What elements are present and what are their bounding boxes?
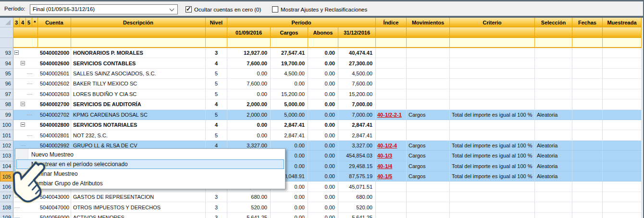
row-number[interactable]: 103: [0, 151, 13, 161]
cell-criterio[interactable]: [450, 69, 535, 79]
cell-cargos[interactable]: 5,000.00: [271, 99, 308, 109]
cell-saldo-inicial[interactable]: 680.00: [227, 192, 271, 202]
cell-fechas[interactable]: [572, 202, 603, 212]
cell-nivel[interactable]: 3: [206, 202, 227, 212]
cell-cargos[interactable]: 15,200.00: [271, 89, 308, 99]
cell-cargos[interactable]: 4,500.00: [271, 69, 308, 79]
cell-indice-link[interactable]: [376, 69, 407, 79]
cell-descripcion[interactable]: SERVICIOS CONTABLES: [71, 58, 206, 68]
cell-movimientos[interactable]: [407, 89, 450, 99]
table-row[interactable]: 108 5040047000 OTROS IMPUESTOS Y DERECHO…: [0, 202, 642, 212]
cell-cuenta[interactable]: 5040056000: [38, 213, 71, 218]
cell-descripcion[interactable]: SERVICIOS DE AUDITORÍA: [71, 99, 206, 109]
cell-abonos[interactable]: 0.00: [308, 202, 338, 212]
tree-level-3-header[interactable]: 3: [13, 18, 20, 27]
cell-saldo-final[interactable]: 7,600.00: [338, 79, 376, 89]
row-number[interactable]: 93: [0, 48, 13, 58]
filter-cell-descripcion[interactable]: [71, 38, 206, 48]
cell-saldo-final[interactable]: 2,847.41: [338, 120, 376, 130]
cell-cuenta[interactable]: 5040002801: [38, 130, 71, 140]
cell-fechas[interactable]: [572, 130, 603, 140]
cell-saldo-inicial[interactable]: 0.00: [227, 130, 271, 140]
cell-abonos[interactable]: 0.00: [308, 213, 338, 218]
filter-cell-nivel[interactable]: [206, 38, 227, 48]
cell-saldo-final[interactable]: 7,000.00: [338, 110, 376, 120]
select-all-corner[interactable]: [0, 18, 13, 27]
cell-fechas[interactable]: [572, 141, 603, 151]
context-menu-item[interactable]: Muestrear en el período seleccionado: [16, 159, 284, 169]
cell-saldo-final[interactable]: 7,000.00: [338, 99, 376, 109]
cell-criterio[interactable]: [450, 79, 535, 89]
cell-muestreada[interactable]: [603, 151, 642, 161]
table-row[interactable]: 107 5040043000 GASTOS DE REPRESENTACION …: [0, 192, 642, 202]
cell-seleccion[interactable]: [535, 48, 572, 58]
cell-nivel[interactable]: 5: [206, 89, 227, 99]
filter-cell-abonos[interactable]: [308, 38, 338, 48]
cell-abonos[interactable]: 0.00: [308, 79, 338, 89]
cell-seleccion[interactable]: [535, 182, 572, 192]
cell-saldo-final[interactable]: 680.00: [338, 192, 376, 202]
cell-movimientos[interactable]: Cargos: [407, 171, 450, 182]
cell-fechas[interactable]: [572, 213, 603, 218]
cell-abonos[interactable]: 0.00: [308, 110, 338, 120]
cell-cuenta[interactable]: 5040002600: [38, 58, 71, 68]
cell-muestreada[interactable]: [603, 161, 642, 171]
filter-cell-seleccion[interactable]: [535, 38, 572, 48]
cell-movimientos[interactable]: Cargos: [407, 161, 450, 171]
cell-movimientos[interactable]: [407, 48, 450, 58]
cell-descripcion[interactable]: GASTOS DE REPRESENTACION: [71, 192, 206, 202]
cell-fechas[interactable]: [572, 120, 603, 130]
cell-cargos[interactable]: 0.00: [271, 79, 308, 89]
cell-cargos[interactable]: 5,000.00: [271, 110, 308, 120]
cell-cuenta[interactable]: 5040002000: [38, 48, 71, 58]
cell-saldo-inicial[interactable]: 12,927.00: [227, 48, 271, 58]
cell-cargos[interactable]: 0.00: [271, 192, 308, 202]
cell-criterio[interactable]: Total del importe es igual al 100 %: [450, 171, 535, 182]
column-header-seleccion[interactable]: Selección: [535, 18, 572, 27]
filter-cell-fecha-inicio[interactable]: [227, 38, 271, 48]
cell-saldo-inicial[interactable]: 7,600.00: [227, 58, 271, 68]
cell-nivel[interactable]: 5: [206, 130, 227, 140]
show-adjustments-checkbox[interactable]: [272, 6, 278, 12]
cell-seleccion[interactable]: [535, 213, 572, 218]
cell-descripcion[interactable]: BAKER TILLY MEXICO SC: [71, 79, 206, 89]
cell-descripcion[interactable]: KPMG CARDENAS DOSAL SC: [71, 110, 206, 120]
cell-muestreada[interactable]: [603, 89, 642, 99]
cell-descripcion[interactable]: ACTIVOS MENORES: [71, 213, 206, 218]
filter-cell-fechas[interactable]: [572, 38, 603, 48]
cell-saldo-final[interactable]: 5,641.25: [338, 213, 376, 218]
cell-seleccion[interactable]: Aleatoria: [535, 110, 572, 120]
cell-saldo-final[interactable]: 454,854.03: [338, 151, 376, 161]
cell-saldo-inicial[interactable]: 0.00: [227, 120, 271, 130]
tree-collapse-icon[interactable]: [14, 50, 19, 55]
cell-indice-link[interactable]: 40-1/3: [376, 151, 407, 161]
cell-seleccion[interactable]: Aleatoria: [535, 161, 572, 171]
cell-saldo-inicial[interactable]: 7,600.00: [227, 79, 271, 89]
cell-nivel[interactable]: 5: [206, 79, 227, 89]
cell-muestreada[interactable]: [603, 79, 642, 89]
cell-cargos[interactable]: 2,847.41: [271, 120, 308, 130]
cell-movimientos[interactable]: [407, 69, 450, 79]
cell-indice-link[interactable]: [376, 99, 407, 109]
cell-descripcion[interactable]: HONORARIOS P. MORALES: [71, 48, 206, 58]
cell-fechas[interactable]: [572, 89, 603, 99]
row-number[interactable]: 101: [0, 130, 13, 140]
cell-movimientos[interactable]: [407, 182, 450, 192]
table-row[interactable]: 94 5040002600 SERVICIOS CONTABLES 4 7,60…: [0, 58, 642, 68]
cell-saldo-final[interactable]: 29,458.15: [338, 161, 376, 171]
cell-fechas[interactable]: [572, 192, 603, 202]
cell-nivel[interactable]: 4: [206, 99, 227, 109]
cell-criterio[interactable]: [450, 120, 535, 130]
column-header-descripcion[interactable]: Descripción: [71, 18, 206, 27]
column-header-nivel[interactable]: Nivel: [206, 18, 227, 27]
cell-indice-link[interactable]: [376, 202, 407, 212]
cell-criterio[interactable]: [450, 130, 535, 140]
cell-indice-link[interactable]: 40-1/5: [376, 171, 407, 182]
cell-muestreada[interactable]: [603, 192, 642, 202]
cell-criterio[interactable]: [450, 182, 535, 192]
cell-movimientos[interactable]: [407, 99, 450, 109]
cell-nivel[interactable]: 3: [206, 213, 227, 218]
cell-seleccion[interactable]: [535, 89, 572, 99]
cell-saldo-inicial[interactable]: 2,000.00: [227, 99, 271, 109]
cell-movimientos[interactable]: [407, 202, 450, 212]
